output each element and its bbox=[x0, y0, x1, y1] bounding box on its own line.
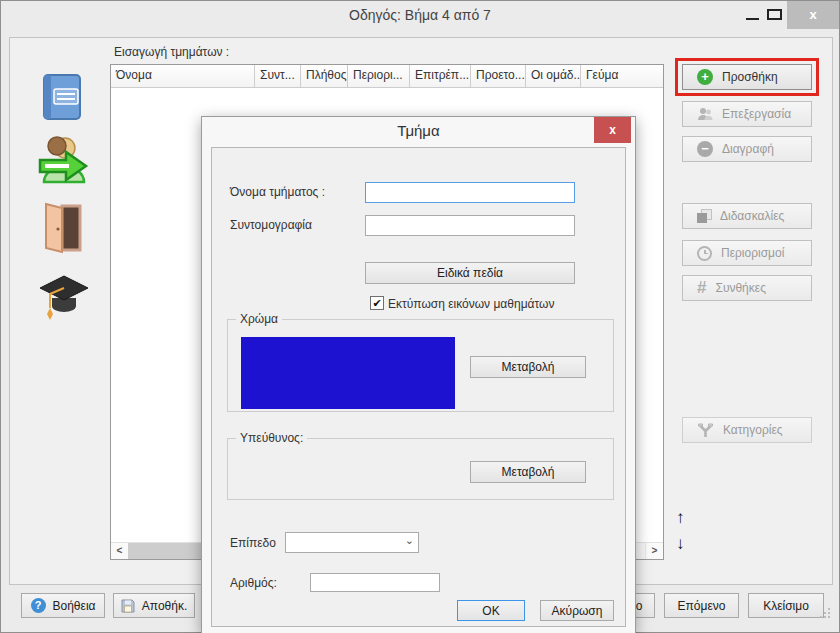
floppy-icon bbox=[121, 599, 135, 613]
responsible-group-label: Υπεύθυνος: bbox=[236, 431, 307, 445]
check-icon: ✔ bbox=[372, 297, 381, 309]
minimize-button[interactable] bbox=[746, 18, 759, 20]
delete-button-label: Διαγραφή bbox=[722, 142, 774, 156]
restrictions-button-label: Περιορισμοί bbox=[721, 246, 784, 260]
col-restrictions[interactable]: Περιορι... bbox=[348, 65, 410, 87]
section-dialog: Τμήμα x Όνομα τμήματος : Συντομογραφία Ε… bbox=[201, 116, 636, 633]
name-label: Όνομα τμήματος : bbox=[230, 185, 325, 199]
clock-icon bbox=[697, 246, 712, 261]
notebook-icon bbox=[38, 72, 86, 122]
graduation-cap-icon bbox=[38, 268, 86, 318]
special-fields-button[interactable]: Ειδικά πεδία bbox=[365, 262, 575, 284]
question-icon: ? bbox=[31, 598, 46, 613]
print-images-label: Εκτύπωση εικόνων μαθημάτων bbox=[388, 297, 554, 311]
restrictions-button[interactable]: Περιορισμοί bbox=[682, 240, 812, 266]
change-color-button[interactable]: Μεταβολή bbox=[470, 356, 586, 378]
scroll-right-icon[interactable]: > bbox=[645, 543, 663, 559]
conditions-button[interactable]: # Συνθήκες bbox=[682, 275, 812, 301]
help-button[interactable]: ? Βοήθεια bbox=[21, 593, 105, 618]
number-label: Αριθμός: bbox=[230, 576, 277, 590]
dialog-body: Όνομα τμήματος : Συντομογραφία Ειδικά πε… bbox=[211, 147, 626, 627]
color-swatch bbox=[241, 337, 455, 409]
level-label: Επίπεδο bbox=[230, 536, 276, 550]
col-allowed[interactable]: Επιτρέπ... bbox=[410, 65, 471, 87]
color-groupbox: Χρώμα Μεταβολή bbox=[227, 319, 614, 412]
change-responsible-label: Μεταβολή bbox=[502, 465, 555, 479]
student-next-icon bbox=[38, 136, 86, 186]
level-dropdown[interactable]: ⌄ bbox=[285, 532, 419, 553]
annotation-highlight bbox=[675, 58, 819, 96]
color-group-label: Χρώμα bbox=[236, 312, 282, 326]
dialog-close-button[interactable]: x bbox=[594, 117, 631, 143]
col-abbr[interactable]: Συντ... bbox=[255, 65, 301, 87]
abbreviation-input[interactable] bbox=[365, 215, 575, 236]
next-button[interactable]: Επόμενο bbox=[664, 593, 739, 618]
close-wizard-button-label: Κλείσιμο bbox=[763, 599, 809, 613]
table-caption: Εισαγωγή τμημάτων : bbox=[114, 45, 229, 59]
help-button-label: Βοήθεια bbox=[53, 599, 96, 613]
change-color-label: Μεταβολή bbox=[502, 360, 555, 374]
person-edit-icon bbox=[697, 107, 713, 121]
categories-button[interactable]: Κατηγορίες bbox=[682, 417, 812, 443]
chevron-down-icon: ⌄ bbox=[405, 534, 414, 547]
teachings-button[interactable]: Διδασκαλίες bbox=[682, 203, 812, 229]
responsible-groupbox: Υπεύθυνος: Μεταβολή bbox=[227, 438, 614, 500]
save-button[interactable]: Αποθήκ. bbox=[113, 593, 195, 618]
change-responsible-button[interactable]: Μεταβολή bbox=[470, 461, 586, 483]
titlebar[interactable]: Οδηγός: Βήμα 4 από 7 x bbox=[1, 1, 839, 31]
close-wizard-button[interactable]: Κλείσιμο bbox=[748, 593, 824, 618]
minus-icon: − bbox=[697, 141, 713, 157]
section-name-input[interactable] bbox=[365, 182, 575, 203]
number-input[interactable] bbox=[310, 573, 440, 592]
move-down-icon[interactable]: ↓ bbox=[676, 534, 685, 554]
special-fields-label: Ειδικά πεδία bbox=[437, 266, 503, 280]
close-button[interactable]: x bbox=[787, 1, 839, 29]
conditions-button-label: Συνθήκες bbox=[715, 281, 765, 295]
save-button-label: Αποθήκ. bbox=[142, 599, 187, 613]
categories-button-label: Κατηγορίες bbox=[723, 423, 783, 437]
cancel-button-label: Ακύρωση bbox=[552, 604, 603, 618]
maximize-button[interactable] bbox=[767, 9, 782, 20]
stacked-squares-icon bbox=[697, 209, 711, 223]
window-title: Οδηγός: Βήμα 4 από 7 bbox=[1, 7, 839, 23]
dialog-title: Τμήμα bbox=[202, 122, 635, 139]
print-images-checkbox[interactable]: ✔ bbox=[370, 296, 384, 310]
edit-button[interactable]: Επεξεργασία bbox=[682, 101, 812, 127]
edit-button-label: Επεξεργασία bbox=[722, 107, 791, 121]
teachings-button-label: Διδασκαλίες bbox=[720, 209, 784, 223]
branch-icon bbox=[697, 423, 714, 438]
ok-button-label: OK bbox=[482, 604, 499, 618]
move-up-icon[interactable]: ↑ bbox=[676, 508, 685, 528]
col-groups[interactable]: Οι ομάδ... bbox=[526, 65, 581, 87]
abbreviation-label: Συντομογραφία bbox=[230, 218, 312, 232]
col-preparation[interactable]: Προετο... bbox=[471, 65, 526, 87]
resize-grip-icon[interactable] bbox=[819, 607, 831, 619]
table-header: Όνομα Συντ... Πλήθος Περιορι... Επιτρέπ.… bbox=[111, 65, 663, 88]
col-name[interactable]: Όνομα bbox=[111, 65, 255, 87]
scroll-left-icon[interactable]: < bbox=[111, 543, 129, 559]
ok-button[interactable]: OK bbox=[457, 600, 525, 621]
next-button-label: Επόμενο bbox=[678, 599, 726, 613]
hash-grid-icon: # bbox=[697, 281, 706, 295]
wizard-window: Οδηγός: Βήμα 4 από 7 x bbox=[0, 0, 840, 633]
delete-button[interactable]: − Διαγραφή bbox=[682, 136, 812, 162]
cancel-button[interactable]: Ακύρωση bbox=[540, 600, 614, 621]
col-meal[interactable]: Γεύμα bbox=[581, 65, 663, 87]
door-icon bbox=[38, 202, 86, 252]
col-count[interactable]: Πλήθος bbox=[301, 65, 348, 87]
